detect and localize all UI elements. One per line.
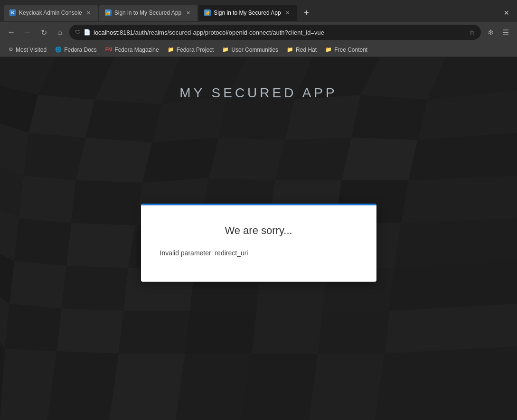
- pocket-button[interactable]: ❄: [484, 26, 497, 39]
- svg-marker-63: [309, 354, 385, 420]
- svg-marker-15: [351, 95, 427, 140]
- folder2-icon: 📁: [222, 47, 229, 53]
- bookmark-star[interactable]: ☆: [469, 28, 475, 36]
- svg-marker-27: [71, 180, 142, 225]
- bookmark-free-content[interactable]: 📁 Free Content: [321, 45, 371, 55]
- bookmark-fedora-magazine[interactable]: FM Fedora Magazine: [102, 45, 163, 55]
- svg-marker-53: [185, 311, 256, 354]
- tab-favicon-sign1: 🔐: [105, 9, 112, 16]
- error-message: Invalid parameter: redirect_uri: [160, 248, 357, 258]
- svg-marker-62: [242, 354, 318, 420]
- tab-label-sign2: Sign in to My Secured App: [214, 9, 281, 16]
- bookmark-fedora-project[interactable]: 📁 Fedora Project: [164, 45, 218, 55]
- bookmark-label: Red Hat: [296, 47, 317, 53]
- bookmark-red-hat[interactable]: 📁 Red Hat: [283, 45, 320, 55]
- tab-close-sign2[interactable]: ✕: [284, 9, 291, 17]
- tab-sign-2[interactable]: 🔐 Sign in to My Secured App ✕: [198, 5, 297, 21]
- error-card: We are sorry... Invalid parameter: redir…: [141, 203, 376, 281]
- bookmark-label: Free Content: [334, 47, 367, 53]
- tab-keycloak-admin[interactable]: K Keycloak Admin Console ✕: [4, 5, 98, 21]
- svg-marker-11: [85, 100, 161, 142]
- tab-favicon-keycloak: K: [9, 9, 16, 16]
- svg-marker-55: [318, 311, 389, 354]
- close-window-button[interactable]: ✕: [500, 6, 513, 19]
- svg-marker-42: [9, 261, 66, 308]
- bookmark-fedora-docs[interactable]: 🌐 Fedora Docs: [51, 45, 101, 55]
- page-icon: 📄: [84, 29, 91, 36]
- address-bar[interactable]: 🛡 📄 localhost:8181/auth/realms/secured-a…: [69, 25, 481, 40]
- tab-close-keycloak[interactable]: ✕: [85, 9, 93, 17]
- svg-marker-59: [47, 351, 119, 420]
- bookmark-label: Fedora Magazine: [114, 47, 159, 53]
- svg-marker-18: [24, 133, 85, 180]
- svg-marker-43: [62, 266, 128, 311]
- svg-marker-19: [76, 138, 152, 183]
- svg-marker-13: [218, 95, 294, 140]
- bookmark-label: User Communities: [231, 47, 278, 53]
- svg-marker-54: [252, 311, 323, 354]
- nav-right-buttons: ❄ ☰: [484, 26, 512, 39]
- tab-bar: K Keycloak Admin Console ✕ 🔐 Sign in to …: [0, 0, 517, 22]
- tab-close-sign1[interactable]: ✕: [184, 9, 192, 17]
- bookmark-label: Fedora Project: [177, 47, 214, 53]
- bookmark-label: Fedora Docs: [64, 47, 97, 53]
- svg-marker-56: [385, 304, 517, 354]
- back-button[interactable]: ←: [5, 26, 18, 39]
- svg-marker-34: [14, 218, 71, 266]
- reload-button[interactable]: ↻: [37, 26, 50, 39]
- tab-label-sign1: Sign in to My Secured App: [114, 9, 181, 16]
- app-title: MY SECURED APP: [179, 85, 337, 101]
- security-icon: 🛡: [75, 29, 81, 36]
- svg-marker-35: [66, 223, 135, 268]
- svg-marker-22: [275, 138, 351, 180]
- address-text: localhost:8181/auth/realms/secured-app/p…: [94, 29, 466, 36]
- tab-favicon-sign2: 🔐: [204, 9, 211, 16]
- bookmarks-bar: ⚙ Most Visited 🌐 Fedora Docs FM Fedora M…: [0, 43, 517, 57]
- svg-marker-23: [342, 138, 418, 180]
- forward-button[interactable]: →: [21, 26, 34, 39]
- address-domain: localhost:8181/auth/realms/secured-app/p…: [94, 29, 324, 36]
- bookmark-most-visited[interactable]: ⚙ Most Visited: [5, 45, 50, 55]
- folder4-icon: 📁: [325, 47, 332, 53]
- home-button[interactable]: ⌂: [53, 26, 66, 39]
- page-content: .poly { fill-opacity: 0.6; }: [0, 57, 517, 420]
- svg-marker-10: [28, 95, 95, 138]
- svg-marker-20: [142, 138, 218, 183]
- tab-sign-1[interactable]: 🔐 Sign in to My Secured App ✕: [99, 5, 197, 21]
- svg-marker-61: [176, 354, 252, 420]
- bookmark-user-communities[interactable]: 📁 User Communities: [218, 45, 282, 55]
- svg-marker-64: [375, 346, 517, 420]
- tab-label-keycloak: Keycloak Admin Console: [19, 9, 82, 16]
- svg-marker-26: [19, 176, 76, 223]
- svg-marker-24: [408, 133, 517, 180]
- svg-marker-60: [109, 354, 185, 420]
- error-title: We are sorry...: [160, 224, 357, 236]
- svg-marker-48: [389, 261, 517, 311]
- browser-chrome: K Keycloak Admin Console ✕ 🔐 Sign in to …: [0, 0, 517, 57]
- svg-marker-14: [285, 95, 361, 140]
- svg-marker-51: [57, 308, 123, 354]
- new-tab-button[interactable]: +: [300, 6, 313, 19]
- fm-icon: FM: [105, 47, 112, 52]
- svg-marker-40: [394, 218, 517, 268]
- svg-marker-58: [0, 349, 57, 420]
- svg-marker-21: [209, 138, 285, 180]
- globe-icon: 🌐: [55, 47, 62, 53]
- gear-icon: ⚙: [9, 47, 13, 53]
- folder-icon: 📁: [168, 47, 174, 53]
- folder3-icon: 📁: [287, 47, 293, 53]
- bookmark-label: Most Visited: [16, 47, 47, 53]
- svg-marker-32: [401, 176, 517, 223]
- nav-bar: ← → ↻ ⌂ 🛡 📄 localhost:8181/auth/realms/s…: [0, 22, 517, 43]
- menu-button[interactable]: ☰: [499, 26, 512, 39]
- svg-marker-52: [119, 311, 190, 354]
- svg-marker-50: [5, 304, 62, 351]
